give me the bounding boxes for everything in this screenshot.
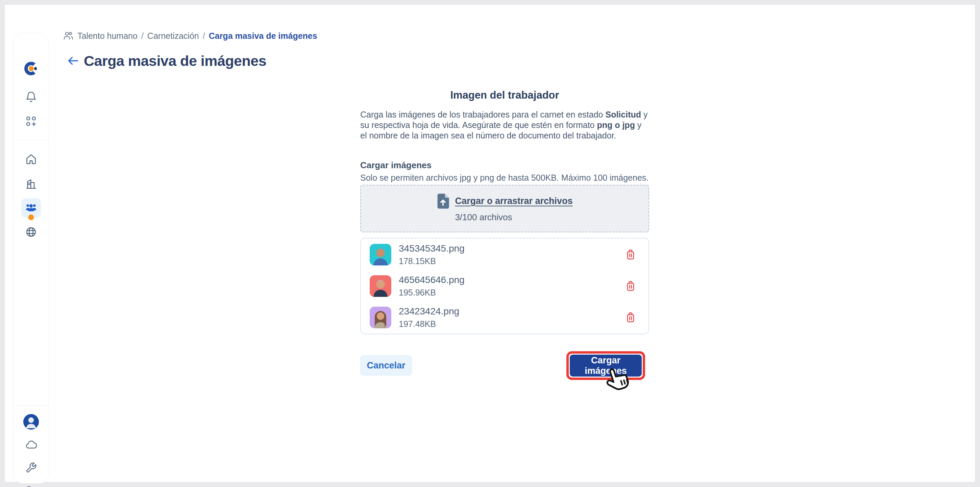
breadcrumb-talento-humano[interactable]: Talento humano bbox=[77, 31, 138, 41]
file-name: 23423424.png bbox=[399, 306, 459, 317]
file-row: 345345345.png 178.15KB bbox=[370, 244, 640, 265]
notification-dot bbox=[28, 214, 34, 220]
uploaded-files-list: 345345345.png 178.15KB 465645 bbox=[360, 238, 649, 334]
arrow-left-icon bbox=[66, 54, 80, 68]
cancel-button[interactable]: Cancelar bbox=[360, 355, 412, 376]
file-row: 465645646.png 195.96KB bbox=[370, 275, 640, 297]
section-heading: Imagen del trabajador bbox=[360, 89, 649, 102]
file-dropzone[interactable]: Cargar o arrastrar archivos 3/100 archiv… bbox=[360, 185, 649, 232]
upload-images-button[interactable]: Cargar imágenes bbox=[570, 355, 642, 377]
sidebar-item-cloud[interactable] bbox=[22, 435, 41, 454]
file-name: 345345345.png bbox=[399, 243, 465, 254]
team-icon bbox=[63, 30, 74, 41]
globe-icon bbox=[25, 226, 37, 238]
home-icon bbox=[25, 153, 37, 165]
user-avatar[interactable] bbox=[23, 414, 39, 430]
logo-icon bbox=[23, 61, 39, 76]
breadcrumb: Talento humano / Carnetización / Carga m… bbox=[63, 30, 317, 41]
file-name: 465645646.png bbox=[399, 274, 465, 286]
apps-menu-button[interactable] bbox=[22, 112, 41, 131]
sidebar bbox=[13, 33, 49, 484]
app-window: Talento humano / Carnetización / Carga m… bbox=[5, 5, 975, 482]
notifications-button[interactable] bbox=[22, 87, 41, 106]
user-icon bbox=[23, 414, 39, 430]
breadcrumb-separator: / bbox=[203, 31, 205, 41]
breadcrumb-separator: / bbox=[141, 31, 144, 41]
sidebar-item-company[interactable] bbox=[22, 174, 41, 193]
file-thumbnail bbox=[370, 307, 391, 328]
logout-button[interactable] bbox=[22, 481, 41, 487]
file-thumbnail bbox=[370, 275, 391, 297]
file-upload-icon bbox=[437, 193, 449, 209]
page-title: Carga masiva de imágenes bbox=[84, 53, 266, 69]
apps-grid-icon bbox=[25, 115, 37, 127]
breadcrumb-current: Carga masiva de imágenes bbox=[209, 31, 317, 41]
sidebar-item-global[interactable] bbox=[22, 222, 41, 241]
bell-icon bbox=[25, 91, 37, 103]
file-size: 178.15KB bbox=[399, 256, 465, 266]
trash-icon bbox=[625, 311, 637, 324]
delete-file-button[interactable] bbox=[624, 311, 637, 324]
breadcrumb-carnetizacion[interactable]: Carnetización bbox=[147, 31, 199, 41]
people-icon bbox=[25, 201, 38, 215]
file-thumbnail bbox=[370, 244, 391, 265]
wrench-icon bbox=[25, 462, 37, 473]
cloud-icon bbox=[25, 439, 37, 451]
back-button[interactable] bbox=[66, 54, 80, 68]
trash-icon bbox=[625, 280, 637, 292]
file-row: 23423424.png 197.48KB bbox=[370, 307, 640, 328]
section-description: Carga las imágenes de los trabajadores p… bbox=[360, 109, 649, 141]
sidebar-divider-bottom bbox=[13, 405, 49, 406]
trash-icon bbox=[625, 249, 637, 261]
building-icon bbox=[25, 178, 37, 190]
sidebar-item-tools[interactable] bbox=[22, 458, 41, 477]
app-logo[interactable] bbox=[23, 61, 39, 76]
delete-file-button[interactable] bbox=[624, 248, 637, 261]
file-size: 195.96KB bbox=[399, 288, 465, 298]
file-size: 197.48KB bbox=[399, 319, 459, 329]
click-annotation-highlight: Cargar imágenes bbox=[566, 351, 645, 380]
file-count: 3/100 archivos bbox=[455, 212, 573, 222]
sidebar-item-home[interactable] bbox=[22, 150, 41, 168]
delete-file-button[interactable] bbox=[624, 280, 637, 292]
upload-field-label: Cargar imágenes bbox=[360, 160, 649, 171]
upload-or-drag-link[interactable]: Cargar o arrastrar archivos bbox=[455, 196, 573, 206]
logout-icon bbox=[25, 485, 37, 487]
upload-restrictions-hint: Solo se permiten archivos jpg y png de h… bbox=[360, 173, 649, 183]
sidebar-divider-top bbox=[13, 140, 49, 140]
